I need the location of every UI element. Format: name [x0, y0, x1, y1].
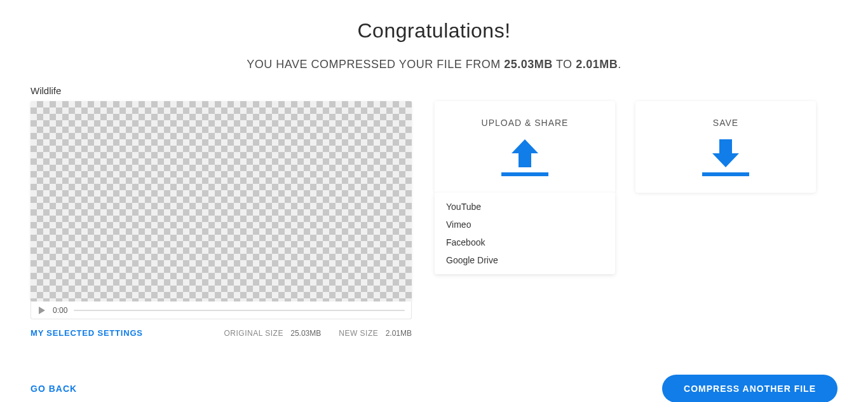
summary-suffix: .: [618, 58, 621, 71]
summary-original-size: 25.03MB: [504, 58, 553, 71]
compression-summary: YOU HAVE COMPRESSED YOUR FILE FROM 25.03…: [31, 58, 837, 71]
svg-marker-3: [712, 139, 739, 167]
share-option-vimeo[interactable]: Vimeo: [435, 216, 615, 233]
filename-label: Wildlife: [31, 85, 837, 96]
page-title: Congratulations!: [31, 19, 837, 43]
upload-share-card[interactable]: UPLOAD & SHARE: [435, 101, 615, 193]
video-controls: 0:00: [31, 302, 412, 319]
save-title: SAVE: [642, 118, 810, 128]
video-time: 0:00: [53, 306, 67, 315]
summary-prefix: YOU HAVE COMPRESSED YOUR FILE FROM: [247, 58, 504, 71]
go-back-link[interactable]: GO BACK: [31, 384, 77, 394]
new-size-value: 2.01MB: [386, 329, 412, 338]
share-option-facebook[interactable]: Facebook: [435, 233, 615, 251]
svg-marker-1: [512, 139, 538, 167]
video-progress-bar[interactable]: [74, 310, 405, 311]
download-icon: [702, 139, 749, 177]
summary-mid: TO: [553, 58, 576, 71]
upload-share-title: UPLOAD & SHARE: [441, 118, 609, 128]
summary-new-size: 2.01MB: [576, 58, 618, 71]
play-icon[interactable]: [37, 306, 46, 315]
share-option-youtube[interactable]: YouTube: [435, 198, 615, 216]
compress-another-file-button[interactable]: COMPRESS ANOTHER FILE: [662, 375, 837, 402]
my-selected-settings-link[interactable]: MY SELECTED SETTINGS: [31, 328, 143, 338]
original-size-value: 25.03MB: [290, 329, 321, 338]
video-preview[interactable]: [31, 101, 412, 302]
svg-rect-2: [501, 172, 548, 176]
upload-icon: [501, 139, 548, 177]
share-option-google-drive[interactable]: Google Drive: [435, 251, 615, 269]
svg-marker-0: [39, 307, 45, 314]
save-card[interactable]: SAVE: [635, 101, 816, 193]
new-size-label: NEW SIZE: [339, 329, 378, 338]
size-info: ORIGINAL SIZE 25.03MB NEW SIZE 2.01MB: [224, 329, 412, 338]
share-options-list: YouTube Vimeo Facebook Google Drive: [435, 193, 615, 274]
svg-rect-4: [702, 172, 749, 176]
original-size-label: ORIGINAL SIZE: [224, 329, 283, 338]
